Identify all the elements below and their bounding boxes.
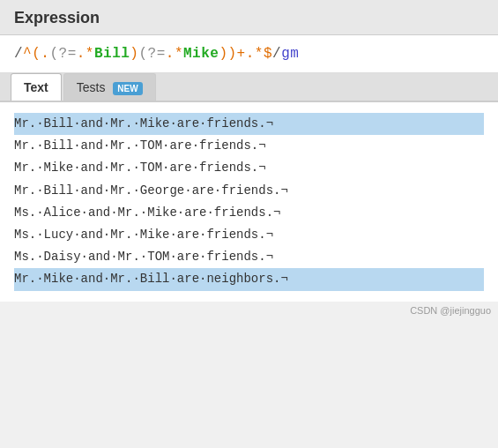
expr-lookahead2: (?= xyxy=(138,46,165,62)
tab-tests-label: Tests xyxy=(77,80,106,94)
line-text-4: Mr.·Bill·and·Mr.·George·are·friends.¬ xyxy=(14,183,288,198)
expr-lookahead1: (?= xyxy=(49,46,76,62)
line-text-2: Mr.·Bill·and·Mr.·TOM·are·friends.¬ xyxy=(14,138,266,153)
section-title: Expression xyxy=(14,9,100,26)
text-line-3: Mr.·Mike·and·Mr.·TOM·are·friends.¬ xyxy=(14,157,484,179)
expr-slash-close: / xyxy=(272,46,281,62)
tabs-bar: Text Tests NEW xyxy=(0,73,498,102)
expression-display: /^(.(?=.*Bill)(?=.*Mike))+.*$/gm xyxy=(14,46,299,62)
expr-wildcard3: .* xyxy=(246,46,264,62)
line-text-7: Ms.·Daisy·and·Mr.·TOM·are·friends.¬ xyxy=(14,250,273,264)
expr-paren2: ) xyxy=(130,46,138,62)
expression-area: /^(.(?=.*Bill)(?=.*Mike))+.*$/gm xyxy=(0,35,498,73)
expr-wildcard2: .* xyxy=(166,46,183,62)
tab-text-label: Text xyxy=(24,80,48,94)
line-text-5: Ms.·Alice·and·Mr.·Mike·are·friends.¬ xyxy=(14,205,280,220)
watermark-text: CSDN @jiejingguo xyxy=(410,305,491,316)
expr-dot1: . xyxy=(41,46,49,62)
expr-paren3: )) xyxy=(219,46,236,62)
expr-caret: ^ xyxy=(23,46,32,62)
main-container: Expression /^(.(?=.*Bill)(?=.*Mike))+.*$… xyxy=(0,0,498,448)
expr-plus: + xyxy=(237,46,246,62)
expr-flags: gm xyxy=(281,46,299,62)
expr-paren-open: ( xyxy=(32,46,41,62)
watermark: CSDN @jiejingguo xyxy=(0,302,498,319)
text-line-8: Mr.·Mike·and·Mr.·Bill·are·neighbors.¬ xyxy=(14,268,484,290)
text-line-6: Ms.·Lucy·and·Mr.·Mike·are·friends.¬ xyxy=(14,224,484,246)
line-text-3: Mr.·Mike·and·Mr.·TOM·are·friends.¬ xyxy=(14,161,266,175)
expr-mike: Mike xyxy=(183,46,219,62)
expr-slash-open: / xyxy=(14,46,23,62)
section-header: Expression xyxy=(0,0,498,35)
line-text-6: Ms.·Lucy·and·Mr.·Mike·are·friends.¬ xyxy=(14,228,273,242)
tab-text[interactable]: Text xyxy=(11,73,62,101)
line-text-8: Mr.·Mike·and·Mr.·Bill·are·neighbors.¬ xyxy=(14,272,288,286)
text-line-5: Ms.·Alice·and·Mr.·Mike·are·friends.¬ xyxy=(14,202,484,224)
text-line-2: Mr.·Bill·and·Mr.·TOM·are·friends.¬ xyxy=(14,135,484,157)
text-content-area: Mr.·Bill·and·Mr.·Mike·are·friends.¬ Mr.·… xyxy=(0,102,498,302)
expr-dollar: $ xyxy=(264,46,272,62)
text-line-1: Mr.·Bill·and·Mr.·Mike·are·friends.¬ xyxy=(14,113,484,135)
text-line-7: Ms.·Daisy·and·Mr.·TOM·are·friends.¬ xyxy=(14,246,484,268)
expr-bill: Bill xyxy=(94,46,130,62)
expr-wildcard1: .* xyxy=(77,46,94,62)
text-line-4: Mr.·Bill·and·Mr.·George·are·friends.¬ xyxy=(14,180,484,202)
tab-new-badge: NEW xyxy=(113,82,142,95)
line-text-1: Mr.·Bill·and·Mr.·Mike·are·friends.¬ xyxy=(14,116,273,131)
tab-tests[interactable]: Tests NEW xyxy=(63,73,156,101)
